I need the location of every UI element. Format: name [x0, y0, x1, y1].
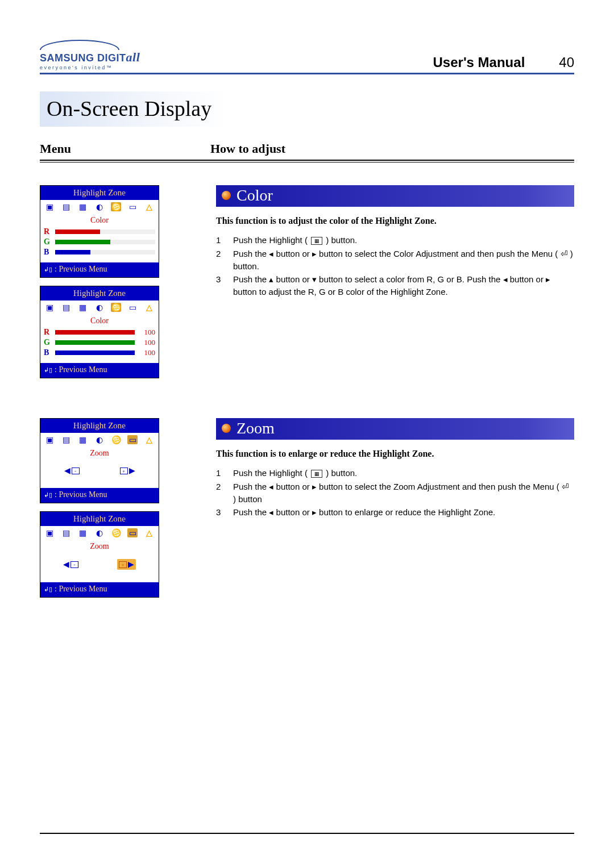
g-row: G — [44, 237, 155, 247]
page-title: On-Screen Display — [40, 91, 229, 127]
step-num: 2 — [216, 481, 224, 506]
osd-subtitle: Zoom — [44, 542, 155, 551]
zoom-in-icon: +▶ — [117, 559, 136, 570]
step-text: Push the ◂ button or ▸ button to select … — [233, 248, 574, 273]
highlight-icon: ▦ — [311, 470, 322, 478]
b-value: 100 — [138, 348, 155, 357]
g-row: G100 — [44, 338, 155, 347]
contrast-icon: ◐ — [94, 303, 105, 312]
osd-subtitle: Zoom — [44, 449, 155, 458]
r-row: R100 — [44, 328, 155, 337]
zoom-out-icon: ◀- — [64, 466, 80, 475]
exit-icon: ↲▯ — [44, 491, 52, 499]
osd-footer: ↲▯: Previous Menu — [40, 488, 159, 503]
step: 2 Push the ◂ button or ▸ button to selec… — [216, 248, 574, 273]
color-icon: ♋ — [111, 303, 121, 312]
exit-icon: ↲▯ — [44, 266, 52, 273]
warn-icon: △ — [144, 202, 154, 211]
zoom-in-icon: +▶ — [120, 466, 135, 475]
col-menu-label: Menu — [40, 141, 210, 156]
zoom-icon: ▭ — [127, 303, 138, 312]
osd-icon: ▤ — [61, 528, 72, 537]
section-heading: Zoom — [237, 419, 275, 437]
section-intro: This function is to enlarge or reduce th… — [216, 449, 574, 459]
doc-header: SAMSUNG DIGITall everyone's invited™ Use… — [40, 40, 574, 70]
prev-menu-label: : Previous Menu — [55, 365, 107, 374]
zoom-icon: ▭ — [127, 202, 138, 211]
osd-icon: ▦ — [78, 528, 88, 537]
osd-title: Highlight Zone — [40, 419, 159, 433]
step-text: Push the Highlight ( ▦ ) button. — [233, 234, 574, 247]
step-text: Push the ▴ button or ▾ button to select … — [233, 273, 574, 298]
osd-title: Highlight Zone — [40, 186, 159, 200]
osd-subtitle: Color — [44, 216, 155, 225]
manual-title: User's Manual — [433, 55, 525, 70]
b-row: B — [44, 248, 155, 257]
step-num: 2 — [216, 248, 224, 273]
osd-panel-zoom-1: Highlight Zone ▣ ▤ ▦ ◐ ♋ ▭ △ Zoom ◀- +▶ — [40, 418, 159, 503]
osd-icon: ▣ — [45, 202, 55, 211]
osd-footer: ↲▯: Previous Menu — [40, 363, 159, 378]
color-icon: ♋ — [111, 435, 121, 444]
warn-icon: △ — [144, 303, 154, 312]
contrast-icon: ◐ — [94, 202, 105, 211]
osd-icon: ▣ — [45, 435, 55, 444]
color-steps: 1 Push the Highlight ( ▦ ) button. 2 Pus… — [216, 234, 574, 298]
step-num: 3 — [216, 273, 224, 298]
step-text: Push the ◂ button or ▸ button to select … — [233, 481, 574, 506]
zoom-icon: ▭ — [127, 528, 138, 537]
zoom-steps: 1 Push the Highlight ( ▦ ) button. 2 Pus… — [216, 467, 574, 519]
step-num: 3 — [216, 506, 224, 519]
g-value: 100 — [138, 338, 155, 347]
footer-rule — [40, 833, 574, 834]
osd-icon: ▤ — [61, 202, 72, 211]
contrast-icon: ◐ — [94, 435, 105, 444]
page-number: 40 — [559, 55, 574, 70]
osd-panel-zoom-2: Highlight Zone ▣ ▤ ▦ ◐ ♋ ▭ △ Zoom ◀- +▶ — [40, 511, 159, 598]
osd-icon-row: ▣ ▤ ▦ ◐ ♋ ▭ △ — [40, 526, 159, 540]
osd-footer: ↲▯: Previous Menu — [40, 262, 159, 277]
osd-icon: ▤ — [61, 435, 72, 444]
osd-icon: ▤ — [61, 303, 72, 312]
column-headers: Menu How to adjust — [40, 141, 574, 160]
step-text: Push the ◂ button or ▸ button to enlarge… — [233, 506, 574, 519]
section-rule — [40, 160, 574, 162]
brand-logo: SAMSUNG DIGITall everyone's invited™ — [40, 40, 140, 70]
highlight-icon: ▦ — [311, 237, 322, 245]
prev-menu-label: : Previous Menu — [55, 585, 107, 594]
osd-footer: ↲▯: Previous Menu — [40, 582, 159, 597]
warn-icon: △ — [144, 435, 154, 444]
color-icon: ♋ — [111, 528, 121, 537]
osd-panel-color-1: Highlight Zone ▣ ▤ ▦ ◐ ♋ ▭ △ Color R G B… — [40, 185, 159, 278]
osd-panel-color-2: Highlight Zone ▣ ▤ ▦ ◐ ♋ ▭ △ Color R100 … — [40, 286, 159, 378]
osd-icon: ▦ — [78, 435, 88, 444]
b-row: B100 — [44, 348, 155, 357]
step-text: Push the Highlight ( ▦ ) button. — [233, 467, 574, 479]
r-value: 100 — [138, 328, 155, 337]
osd-title: Highlight Zone — [40, 286, 159, 301]
osd-icon: ▣ — [45, 303, 55, 312]
brand-suffix: all — [126, 50, 140, 64]
brand-tagline: everyone's invited™ — [40, 65, 140, 70]
step-num: 1 — [216, 234, 224, 247]
contrast-icon: ◐ — [94, 528, 105, 537]
step: 1 Push the Highlight ( ▦ ) button. — [216, 234, 574, 247]
header-rule — [40, 73, 574, 74]
step: 3 Push the ◂ button or ▸ button to enlar… — [216, 506, 574, 519]
exit-icon: ↲▯ — [44, 586, 52, 593]
osd-icon: ▦ — [78, 202, 88, 211]
bullet-icon — [222, 191, 231, 200]
color-icon: ♋ — [111, 202, 121, 211]
section-heading: Color — [237, 186, 273, 205]
prev-menu-label: : Previous Menu — [55, 490, 107, 499]
osd-icon: ▣ — [45, 528, 55, 537]
osd-icon-row: ▣ ▤ ▦ ◐ ♋ ▭ △ — [40, 433, 159, 446]
osd-subtitle: Color — [44, 316, 155, 326]
brand-main: SAMSUNG DIGIT — [40, 52, 126, 64]
step: 2 Push the ◂ button or ▸ button to selec… — [216, 481, 574, 506]
osd-icon-row: ▣ ▤ ▦ ◐ ♋ ▭ △ — [40, 301, 159, 314]
osd-icon: ▦ — [78, 303, 88, 312]
zoom-icon: ▭ — [127, 435, 138, 444]
warn-icon: △ — [144, 528, 154, 537]
zoom-out-icon: ◀- — [63, 560, 78, 569]
